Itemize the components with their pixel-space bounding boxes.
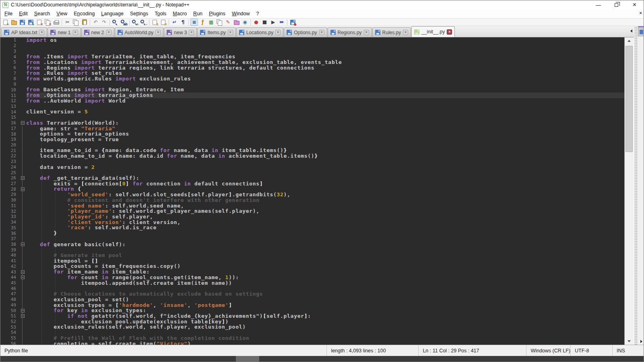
close-button[interactable]: × xyxy=(625,0,644,9)
vertical-scrollbar[interactable] xyxy=(624,37,633,345)
menu-file[interactable]: File xyxy=(1,10,16,18)
menu-run[interactable]: Run xyxy=(190,10,206,18)
menu-tools[interactable]: Tools xyxy=(151,10,169,18)
menu-encoding[interactable]: Encoding xyxy=(70,10,98,18)
code-line[interactable]: 14client_version = 5 xyxy=(0,109,624,115)
menu-plugins[interactable]: Plugins xyxy=(206,10,229,18)
menu-settings[interactable]: Settings xyxy=(127,10,151,18)
code-line[interactable]: 10from BaseClasses import Region, Entran… xyxy=(0,87,624,93)
code-line[interactable]: 51 if not getattr(self.world, f"include_… xyxy=(0,313,624,319)
code-line[interactable]: 26 def _get_terraria_data(self): xyxy=(0,175,624,181)
menu-view[interactable]: View xyxy=(53,10,70,18)
close-all-files-icon[interactable]: × xyxy=(44,19,52,26)
tab-scroll-left-icon[interactable] xyxy=(630,29,632,33)
tab-rules-py[interactable]: Rules.py× xyxy=(372,27,411,37)
tab-close-icon[interactable]: × xyxy=(319,30,324,35)
word-wrap-icon[interactable]: ↵ xyxy=(171,19,178,26)
code-line[interactable]: 24 data_version = 2 xyxy=(0,165,624,170)
function-list-icon[interactable]: ƒ xyxy=(199,19,206,26)
code-line[interactable]: 42 pool_counts = item_frequencies.copy() xyxy=(0,263,624,269)
tab-new-1[interactable]: new 1× xyxy=(47,27,80,37)
code-line[interactable]: 12from ..AutoWorld import World xyxy=(0,98,624,104)
code-line[interactable]: 20 xyxy=(0,142,624,148)
code-line[interactable]: 16class TerrariaWorld(World): xyxy=(0,120,624,126)
code-line[interactable]: 55 # Prefill the Wall of Flesh with the … xyxy=(0,335,624,341)
fold-collapse-icon[interactable] xyxy=(21,276,25,279)
code-line[interactable]: 47 # Choose locations to automatically e… xyxy=(0,291,624,297)
tab-close-icon[interactable]: × xyxy=(73,30,78,35)
code-line[interactable]: 39 xyxy=(0,247,624,253)
code-line[interactable]: 4from .Items import TerrariaItem, item_t… xyxy=(0,54,624,60)
menu-edit[interactable]: Edit xyxy=(16,10,31,18)
code-line[interactable]: 45 itempool.append(self.create_item(item… xyxy=(0,280,624,286)
copy-icon[interactable] xyxy=(72,19,80,26)
code-line[interactable]: 15 xyxy=(0,115,624,120)
code-line[interactable]: 19 topology_present = True xyxy=(0,137,624,142)
code-line[interactable]: 7from .Rules import set_rules xyxy=(0,70,624,76)
code-line[interactable]: 21 item_name_to_id = {name: data.code fo… xyxy=(0,148,624,153)
tab-locations-py[interactable]: Locations.py× xyxy=(236,27,283,37)
code-line[interactable]: 52 exclusion_pool.update(exclusion_table… xyxy=(0,319,624,325)
menu-search[interactable]: Search xyxy=(31,10,54,18)
code-line[interactable]: 54 xyxy=(0,330,624,335)
secondary-close-icon[interactable]: × xyxy=(640,10,642,15)
show-indent-guide-icon[interactable]: ≡ xyxy=(190,19,198,26)
undo-icon[interactable]: ↶ xyxy=(92,19,99,26)
post-it-icon[interactable]: ✎ xyxy=(224,19,232,26)
code-line[interactable]: 35 'race': self.world.is_race xyxy=(0,225,624,230)
macro-stop-icon[interactable]: ■ xyxy=(261,19,268,26)
macro-playback-icon[interactable]: ▶ xyxy=(269,19,277,26)
code-line[interactable]: 33 'player_id': self.player, xyxy=(0,214,624,220)
replace-icon[interactable]: ab xyxy=(120,19,128,26)
macro-record-icon[interactable]: ● xyxy=(252,19,260,26)
code-line[interactable]: 49 exclusion_types = ['hardmode', 'insan… xyxy=(0,302,624,308)
fold-collapse-icon[interactable] xyxy=(21,314,25,318)
tab-close-icon[interactable]: × xyxy=(106,30,111,35)
show-all-characters-icon[interactable]: ¶ xyxy=(179,19,187,26)
fold-collapse-icon[interactable] xyxy=(21,309,25,313)
status-encoding[interactable]: UTF-8 xyxy=(570,345,612,356)
monitoring-icon[interactable]: ◉ xyxy=(241,19,249,26)
code-line[interactable]: 44 for count in range(pool_counts.get(it… xyxy=(0,275,624,280)
code-line[interactable]: 3 xyxy=(0,48,624,54)
tab-close-icon[interactable]: × xyxy=(364,30,369,35)
tab-autoworld-py[interactable]: AutoWorld.py× xyxy=(115,27,164,37)
fold-collapse-icon[interactable] xyxy=(21,187,25,191)
macro-save-icon[interactable]: ● xyxy=(289,19,297,26)
macro-run-multiple-icon[interactable]: ▶▶ xyxy=(278,19,285,26)
code-line[interactable]: 40 # Generate item pool xyxy=(0,253,624,258)
tab-close-icon[interactable]: × xyxy=(39,30,44,35)
save-all-icon[interactable]: + xyxy=(27,19,35,26)
tab-scroll-right-icon[interactable] xyxy=(640,340,642,343)
code-line[interactable]: 36 } xyxy=(0,230,624,236)
menu-window[interactable]: Window xyxy=(229,10,253,18)
code-line[interactable]: 22 location_name_to_id = {name: data.id … xyxy=(0,153,624,159)
menu-macro[interactable]: Macro xyxy=(169,10,190,18)
code-line[interactable]: 32 'player_name': self.world.get_player_… xyxy=(0,208,624,214)
code-line[interactable]: 41 itempool = [] xyxy=(0,258,624,264)
tab-new-3[interactable]: new 3× xyxy=(164,27,197,37)
code-line[interactable]: 28 return { xyxy=(0,186,624,192)
fold-collapse-icon[interactable] xyxy=(21,176,25,180)
code-line[interactable]: 11from .Options import terraria_options xyxy=(0,93,624,98)
code-line[interactable]: 48 exclusion_pool = set() xyxy=(0,297,624,302)
document-list-icon[interactable] xyxy=(216,19,223,26)
code-line[interactable]: 29 'world_seed': self.world.slot_seeds[s… xyxy=(0,192,624,197)
code-line[interactable]: 37 xyxy=(0,236,624,242)
tab-new-2[interactable]: new 2× xyxy=(81,27,114,37)
code-line[interactable]: 46 xyxy=(0,286,624,291)
code-line[interactable]: 25 xyxy=(0,170,624,175)
code-line[interactable]: 2 xyxy=(0,43,624,49)
code-line[interactable]: 31 'seed_name': self.world.seed_name, xyxy=(0,203,624,209)
code-line[interactable]: 38 def generate_basic(self): xyxy=(0,242,624,247)
minimize-button[interactable]: — xyxy=(589,0,607,9)
code-line[interactable]: 1import os xyxy=(0,37,624,43)
zoom-in-icon[interactable]: + xyxy=(131,19,139,26)
code-line[interactable]: 9 xyxy=(0,82,624,87)
sync-horizontal-scrolling-icon[interactable]: ⇄ xyxy=(159,19,167,26)
zoom-out-icon[interactable]: - xyxy=(140,19,147,26)
folder-as-workspace-icon[interactable] xyxy=(233,19,240,26)
code-line[interactable]: 13 xyxy=(0,104,624,109)
code-line[interactable]: 30 # consistent and doesn't interfere wi… xyxy=(0,197,624,203)
code-line[interactable]: 23 xyxy=(0,159,624,165)
